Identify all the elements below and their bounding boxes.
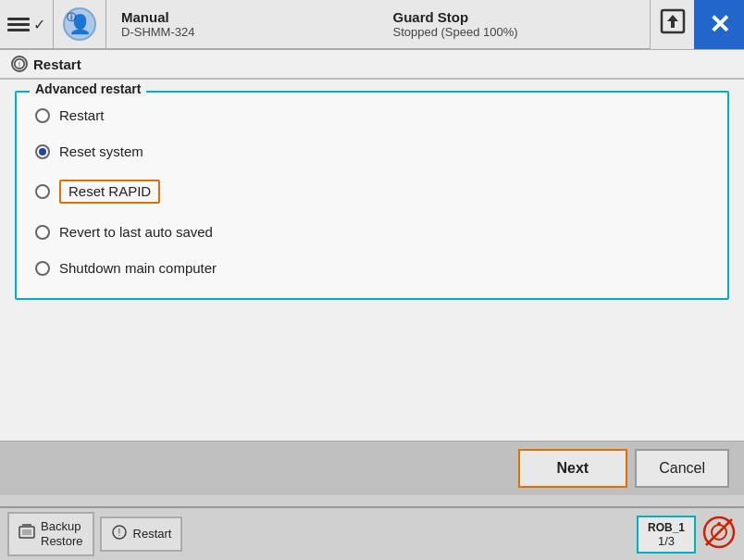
footer-actions: Next Cancel <box>0 441 744 495</box>
backup-restore-label: BackupRestore <box>41 519 83 548</box>
restart-taskbar-button[interactable]: ! Restart <box>100 516 183 552</box>
page-title: Restart <box>33 56 81 72</box>
taskbar-left: BackupRestore ! Restart <box>7 512 182 555</box>
rob-fraction: 1/3 <box>658 534 675 548</box>
taskbar-right: ROB_1 1/3 <box>637 515 737 554</box>
hamburger-menu-button[interactable] <box>7 18 30 31</box>
option-reset-rapid-label: Reset RAPID <box>68 183 151 199</box>
chevron-down-icon[interactable]: ✓ <box>33 16 45 33</box>
radio-reset-rapid[interactable] <box>35 184 50 199</box>
next-button[interactable]: Next <box>518 449 628 488</box>
svg-text:!: ! <box>118 528 120 538</box>
header: ✓ 👤 ⓘ Manual D-SHMM-324 Guard Stop Stopp… <box>0 0 744 50</box>
radio-restart[interactable] <box>35 108 50 123</box>
box-legend: Advanced restart <box>30 81 146 96</box>
option-reset-system-label: Reset system <box>59 143 143 159</box>
close-icon: ✕ <box>709 9 730 40</box>
taskbar: BackupRestore ! Restart ROB_1 1/3 <box>0 506 744 560</box>
restart-taskbar-icon: ! <box>111 524 128 544</box>
svg-point-12 <box>717 522 721 526</box>
info-button[interactable]: 👤 ⓘ <box>54 0 106 48</box>
rob-label: ROB_1 <box>648 521 685 534</box>
backup-restore-button[interactable]: BackupRestore <box>7 512 94 555</box>
option-revert[interactable]: Revert to last auto saved <box>35 224 709 240</box>
svg-rect-5 <box>22 529 31 535</box>
header-status: Guard Stop Stopped (Speed 100%) <box>378 0 651 48</box>
robot-status-icon <box>701 515 737 554</box>
option-revert-label: Revert to last auto saved <box>59 224 213 240</box>
option-reset-system[interactable]: Reset system <box>35 143 709 159</box>
header-device: D-SHMM-324 <box>121 25 364 39</box>
header-center: Manual D-SHMM-324 <box>106 0 378 48</box>
advanced-restart-box: Advanced restart Restart Reset system Re… <box>15 91 729 300</box>
svg-marker-1 <box>667 15 678 28</box>
restart-icon: ! <box>11 56 28 72</box>
menu-area: ✓ <box>0 0 54 48</box>
rob-info-box: ROB_1 1/3 <box>637 516 696 554</box>
option-restart[interactable]: Restart <box>35 107 709 123</box>
export-button[interactable] <box>650 0 694 49</box>
backup-icon <box>19 524 35 544</box>
cancel-button[interactable]: Cancel <box>635 449 729 488</box>
status-title: Guard Stop <box>393 9 636 25</box>
option-shutdown-label: Shutdown main computer <box>59 260 217 276</box>
status-sub: Stopped (Speed 100%) <box>393 25 636 39</box>
header-right-buttons: ✕ <box>650 0 744 48</box>
close-button[interactable]: ✕ <box>694 0 744 49</box>
radio-reset-system[interactable] <box>35 144 50 159</box>
option-shutdown[interactable]: Shutdown main computer <box>35 260 709 276</box>
restart-taskbar-label: Restart <box>133 527 172 541</box>
header-mode: Manual <box>121 9 364 25</box>
reset-rapid-highlight-box: Reset RAPID <box>59 180 160 204</box>
svg-text:!: ! <box>19 60 20 69</box>
option-reset-rapid[interactable]: Reset RAPID <box>35 180 709 204</box>
radio-revert[interactable] <box>35 225 50 240</box>
radio-shutdown[interactable] <box>35 261 50 276</box>
user-info-icon[interactable]: 👤 ⓘ <box>63 7 96 41</box>
option-restart-label: Restart <box>59 107 104 123</box>
main-content: Advanced restart Restart Reset system Re… <box>0 80 744 441</box>
radio-reset-system-fill <box>39 148 46 156</box>
title-bar: ! Restart <box>0 50 744 79</box>
export-icon <box>660 8 686 40</box>
